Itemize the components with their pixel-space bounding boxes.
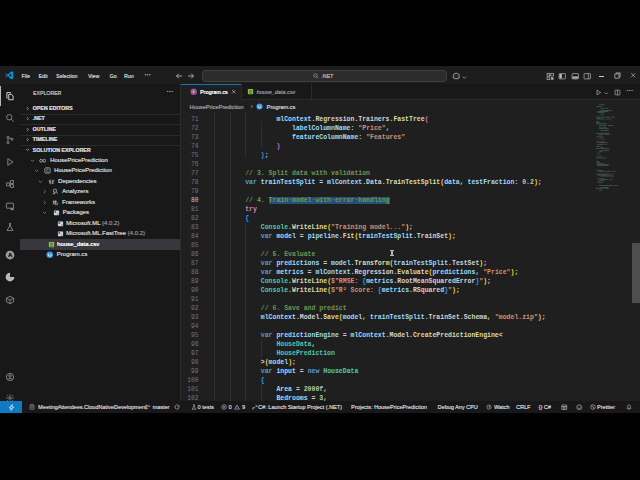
svg-text:A: A [8, 252, 12, 258]
